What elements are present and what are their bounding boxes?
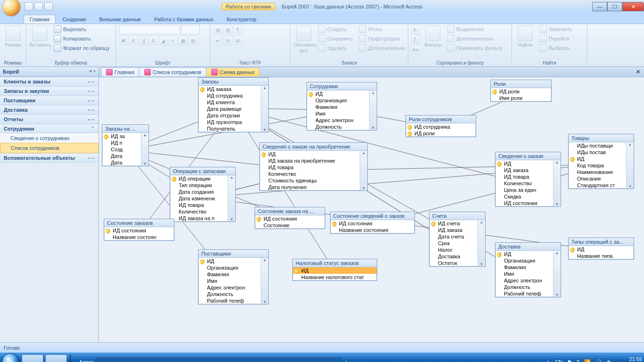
table-t_state_zakaza_na[interactable]: Состояние заказа на ...ИД состоянияСосто… [255,207,325,229]
table-field[interactable]: ИД состояния [104,227,174,234]
table-field[interactable]: ИД заказа [495,167,561,173]
table-header[interactable]: Товары [569,134,634,142]
indent-button[interactable]: ▥ [223,25,232,34]
ribbon-tab-2[interactable]: Внешние данные [93,15,147,24]
network-icon[interactable]: 📶 [584,359,591,362]
table-field[interactable]: Дата создания [170,189,235,195]
sort-asc-button[interactable]: A↓ [411,25,421,34]
table-t_scheta[interactable]: СчетаИД счетаИД заказаДата счетаСрокНало… [429,212,486,267]
fontsize-combo[interactable] [181,25,200,34]
nav-category[interactable]: Клиенты и заказы⌄⌄ [0,77,99,86]
taskbar-explorer-button[interactable] [22,354,43,362]
view-button[interactable]: Режим [3,25,23,48]
table-header[interactable]: Роли сотрудников [406,115,476,123]
scrollbar[interactable] [478,220,485,266]
scrollbar[interactable] [141,133,149,166]
table-field[interactable]: ИД [260,151,367,157]
table-field[interactable]: ИД сотрудника [198,92,268,99]
table-field[interactable]: Остаток [429,260,485,266]
volume-icon[interactable]: 🔊 [595,359,602,362]
table-field[interactable]: ИД роли [491,88,551,95]
table-field[interactable]: Дата получения [260,184,367,190]
table-field[interactable]: Рабочий телеф [198,297,268,304]
table-header[interactable]: Поставщики [198,250,268,258]
toggle-filter-button[interactable]: Применить фильтр [445,44,504,52]
table-header[interactable]: Заказы [198,78,268,86]
table-field[interactable]: Дата изменени [170,195,235,202]
fillcolor-button[interactable]: ◢ [158,36,168,45]
flag-icon[interactable]: ⚑ [567,359,572,362]
table-t_dostavka[interactable]: ДоставкаИДОрганизацияФамилияИмяАдрес эле… [495,242,561,297]
table-t_postav[interactable]: ПоставщикиИДОрганизацияФамилияИмяАдрес э… [198,249,269,304]
nav-category[interactable]: Запасы и закупки⌄⌄ [0,86,99,96]
table-field[interactable]: ИД заказа на п [170,215,235,222]
numbering-button[interactable]: 1≡ [223,36,232,45]
table-t_tovary[interactable]: ТоварыИДы поставщиИДы поставИДКод товара… [568,134,634,189]
table-field[interactable]: Получатель [198,125,268,132]
table-header[interactable]: Состояние сведений о заказе [330,212,414,220]
table-header[interactable]: Роли [491,80,551,88]
table-field[interactable]: Дата размеще [198,106,268,112]
table-t_state_zakazov[interactable]: Состояние заказовИД состоянияНазвание со… [104,219,174,241]
ltr-button[interactable]: ¶ [233,25,242,34]
table-field[interactable]: ИД заказа на приобретение [260,157,367,164]
delete-record-button[interactable]: Удалить [316,44,355,52]
bold-button[interactable]: Ж [119,36,128,45]
table-field[interactable]: ИД состояния [255,215,325,222]
qat-save-icon[interactable] [25,2,33,11]
filter-button[interactable]: Фильтр [422,25,443,48]
table-field[interactable]: Код товара [569,162,634,169]
new-record-button[interactable]: Создать [316,25,355,33]
ribbon-tab-3[interactable]: Работа с базами данных [148,15,220,24]
table-field[interactable]: ИД [307,90,377,97]
maximize-button[interactable]: ☐ [607,2,622,11]
table-field[interactable]: ИД товара [170,202,235,208]
table-header[interactable]: Налоговый статус заказов [293,259,377,267]
nav-category[interactable]: Доставка⌄⌄ [0,105,99,115]
cut-button[interactable]: Вырезать [52,25,112,33]
help-icon[interactable]: ? [577,359,579,362]
table-field[interactable]: ИД [293,267,377,274]
table-header[interactable]: Операции с запасами [170,167,235,175]
table-field[interactable]: Организация [307,97,377,104]
nav-item[interactable]: Список сотрудников [0,143,99,153]
scrollbar[interactable] [261,258,268,304]
more-records-button[interactable]: Дополнительно [357,44,407,52]
goto-button[interactable]: Перейти [537,34,574,43]
table-header[interactable]: Заказы на ... [102,125,149,133]
table-header[interactable]: Сведения о заказе [495,152,561,160]
replace-button[interactable]: Заменить [537,25,574,33]
table-field[interactable]: Название налогового стат [293,274,377,280]
language-indicator[interactable]: EN [555,359,562,362]
table-field[interactable]: Количество [495,180,561,187]
ribbon-tab-4[interactable]: Конструктор [221,15,263,24]
taskbar-word-button[interactable] [45,354,67,362]
table-field[interactable]: Тип операции [170,182,235,189]
start-button[interactable]: ⊞ [2,353,20,362]
underline-button[interactable]: Ч [139,36,148,45]
table-field[interactable]: Имя [495,271,561,277]
gridlines-button[interactable]: ▦ [178,36,188,45]
qat-undo-icon[interactable] [34,2,43,11]
table-header[interactable]: Счета [429,212,485,220]
table-header[interactable]: Сотрудники [307,82,377,90]
table-t_types[interactable]: Типы операций с за...ИДНазвание типа [568,238,634,260]
doc-tab[interactable]: Список сотрудников [139,67,206,76]
table-field[interactable]: Дата счета [429,233,485,240]
nav-category[interactable]: Сотрудники⌃ [0,124,99,133]
table-field[interactable]: Срок [429,240,485,247]
close-button[interactable]: ✕ [622,2,644,11]
advanced-filter-button[interactable]: Дополнительно [445,34,504,43]
outdent-button[interactable]: ▤ [213,25,223,34]
table-t_sotr[interactable]: СотрудникиИДОрганизацияФамилияИмяАдрес э… [306,82,377,131]
table-field[interactable]: Имя [307,110,377,117]
table-field[interactable]: ИД [569,246,634,253]
table-field[interactable]: Количество [260,171,367,177]
table-header[interactable]: Типы операций с за... [569,238,634,246]
table-field[interactable]: ИД состояния [495,200,561,206]
table-t_zakazy_na[interactable]: Заказы на ...ИД заИД пСоздДатаДата [102,124,149,166]
expand-tray-icon[interactable]: ▲ [545,359,551,362]
table-field[interactable]: Количество [170,208,235,215]
table-field[interactable]: ИД товара [260,164,367,171]
scrollbar[interactable] [553,160,561,206]
